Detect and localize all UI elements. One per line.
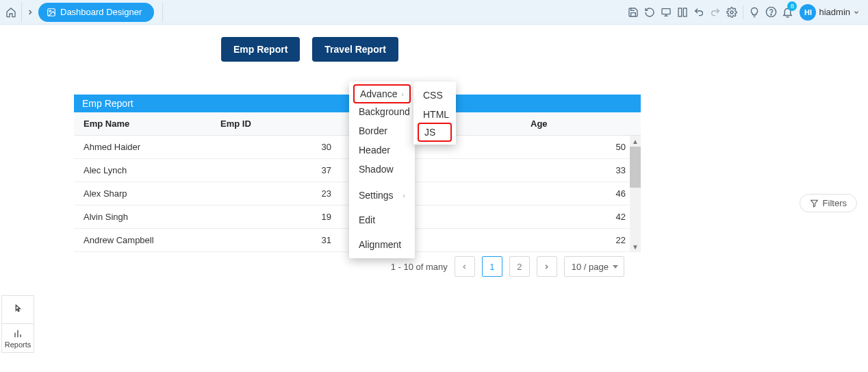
ctx-item-alignment[interactable]: Alignment [349,235,415,254]
notification-badge: 8 [787,1,797,11]
settings-button[interactable] [724,0,740,25]
travel-report-button[interactable]: Travel Report [312,37,398,62]
notifications-button[interactable]: 8 [779,0,795,25]
topbar-separator [743,5,743,19]
emp-report-button[interactable]: Emp Report [221,37,300,62]
ctx-item-border[interactable]: Border [349,121,415,140]
col-header-id[interactable]: Emp ID [211,112,341,135]
chevron-right-icon [543,263,550,271]
ctx-item-background[interactable]: Background [349,102,415,121]
pointer-icon [12,304,23,315]
chevron-right-icon [26,8,34,16]
presentation-icon [661,7,672,18]
undo-button[interactable] [691,0,707,25]
ctx-label: CSS [423,90,443,101]
reports-label: Reports [5,340,31,349]
filter-icon [810,199,819,208]
cell-id: 30 [211,136,341,158]
svg-point-7 [730,11,733,14]
topbar-left: Dashboard Designer [0,0,163,24]
filters-label: Filters [823,198,847,208]
cell-age: 46 [521,182,641,205]
ctx-sub-css[interactable]: CSS [413,86,456,105]
ctx-label: Edit [359,214,375,225]
breadcrumb-next[interactable] [22,2,38,23]
cell-age: 33 [521,159,641,182]
col-header-age[interactable]: Age [521,112,641,135]
help-button[interactable] [763,0,779,25]
page-size-label: 10 / page [572,262,609,272]
pager-summary: 1 - 10 of many [391,262,448,272]
redo-icon [710,7,721,18]
svg-rect-2 [662,8,670,14]
cell-id: 23 [211,182,341,205]
image-icon [47,8,56,17]
ctx-label: Header [359,145,390,156]
ctx-label: Border [359,125,387,136]
undo-icon [693,7,704,18]
lightbulb-icon [749,7,760,18]
cell-age: 42 [521,206,641,228]
idea-button[interactable] [746,0,763,25]
ctx-item-settings[interactable]: Settings› [349,186,415,205]
bar-chart-icon [12,328,23,339]
side-tools: Reports [1,295,34,353]
ctx-label: Shadow [359,164,394,175]
chevron-right-icon: › [403,191,405,199]
cell-name: Alex Sharp [74,182,211,205]
layout-button[interactable] [674,0,691,25]
ctx-sub-html[interactable]: HTML [413,105,456,124]
breadcrumb-label: Dashboard Designer [60,7,142,17]
refresh-button[interactable] [641,0,658,25]
chevron-right-icon: › [401,90,404,98]
ctx-label: HTML [423,109,449,120]
filters-button[interactable]: Filters [800,194,857,212]
pager-page-2[interactable]: 2 [509,256,530,277]
ctx-label: Advance [360,88,397,99]
topbar-right: 8 HI hiadmin [625,0,868,24]
svg-marker-13 [810,200,817,207]
context-submenu: CSS HTML JS [413,82,456,145]
ctx-item-header[interactable]: Header [349,140,415,160]
ctx-label: Alignment [359,239,401,250]
context-menu: Advance› Background Border Header Shadow… [349,82,415,258]
page-size-select[interactable]: 10 / page [564,256,624,277]
breadcrumb-dashboard-designer[interactable]: Dashboard Designer [38,3,154,22]
ctx-item-edit[interactable]: Edit [349,210,415,230]
pointer-tool[interactable] [1,295,34,324]
cell-age: 50 [521,136,641,158]
topbar-divider [162,3,163,22]
pager-prev[interactable] [455,256,475,277]
svg-point-1 [49,10,51,12]
help-icon [765,6,777,18]
top-bar: Dashboard Designer 8 HI hiadmin [0,0,868,25]
ctx-label: JS [424,127,435,138]
ctx-label: Settings [359,190,394,201]
preview-button[interactable] [658,0,674,25]
user-menu[interactable]: HI hiadmin [795,4,864,21]
home-icon [5,7,16,18]
scroll-up-button[interactable]: ▲ [630,136,641,147]
pager-next[interactable] [537,256,557,277]
cell-name: Ahmed Haider [74,136,211,158]
reports-tool[interactable]: Reports [1,324,34,353]
ctx-item-shadow[interactable]: Shadow [349,160,415,179]
ctx-item-advance[interactable]: Advance› [353,84,411,103]
scrollbar-thumb[interactable] [630,147,641,188]
col-header-name[interactable]: Emp Name [74,112,211,135]
redo-button[interactable] [707,0,724,25]
avatar: HI [800,4,816,21]
svg-rect-6 [684,8,687,16]
cell-id: 37 [211,159,341,182]
cell-id: 19 [211,206,341,228]
ctx-sub-js[interactable]: JS [418,123,452,142]
cell-name: Alec Lynch [74,159,211,182]
save-dropdown-button[interactable] [625,0,641,25]
report-buttons: Emp Report Travel Report [0,25,868,62]
home-button[interactable] [0,2,22,23]
gear-icon [726,7,737,18]
ctx-label: Background [359,106,410,117]
layout-icon [677,7,688,18]
pager-page-1[interactable]: 1 [482,256,502,277]
svg-rect-5 [678,8,682,16]
